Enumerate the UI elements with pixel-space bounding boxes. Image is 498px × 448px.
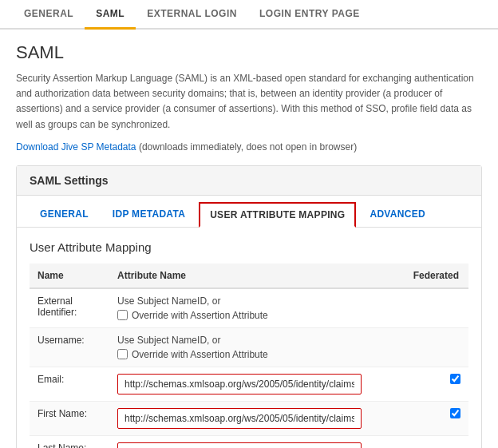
col-header-attribute: Attribute Name [109, 264, 370, 288]
page-title: SAML [16, 42, 482, 63]
tab-external-login[interactable]: EXTERNAL LOGIN [136, 0, 248, 30]
username-checkbox-row: Override with Assertion Attribute [117, 349, 362, 360]
username-line1: Use Subject NameID, or [117, 335, 362, 346]
row-external-identifier-name: ExternalIdentifier: [30, 288, 109, 328]
subtab-general[interactable]: GENERAL [30, 202, 99, 228]
row-lastname-attr [109, 435, 370, 448]
external-id-line1: Use Subject NameID, or [117, 295, 362, 307]
lastname-input[interactable] [117, 442, 362, 448]
page-content: SAML Security Assertion Markup Language … [0, 30, 498, 448]
external-id-checkbox-label: Override with Assertion Attribute [132, 310, 268, 321]
firstname-federated-cell [370, 401, 468, 435]
settings-box-header: SAML Settings [17, 166, 481, 196]
external-id-checkbox[interactable] [117, 310, 128, 320]
attribute-table: Name Attribute Name Federated ExternalId… [30, 264, 468, 448]
tab-general[interactable]: GENERAL [13, 0, 85, 30]
row-email-attr [109, 367, 370, 401]
external-id-federated-cell [370, 288, 468, 328]
subtab-idp-metadata[interactable]: IDP METADATA [102, 202, 196, 228]
col-header-name: Name [30, 264, 109, 288]
download-sub-text: (downloads immediately, does not open in… [136, 141, 358, 153]
table-row: First Name: [30, 401, 468, 435]
username-checkbox-label: Override with Assertion Attribute [132, 349, 268, 360]
table-row: Email: [30, 367, 468, 401]
firstname-federated-checkbox[interactable] [450, 408, 460, 418]
username-federated-cell [370, 327, 468, 367]
row-lastname-name: Last Name: [30, 435, 109, 448]
tab-saml[interactable]: SAML [85, 0, 136, 30]
table-header-row: Name Attribute Name Federated [30, 264, 468, 288]
sub-tabs: GENERAL IDP METADATA USER ATTRIBUTE MAPP… [17, 196, 481, 228]
row-username-attr: Use Subject NameID, or Override with Ass… [109, 327, 370, 367]
page-description: Security Assertion Markup Language (SAML… [16, 71, 482, 133]
inner-content: User Attribute Mapping Name Attribute Na… [17, 228, 481, 448]
email-input[interactable] [117, 374, 362, 394]
username-checkbox[interactable] [117, 349, 128, 359]
subtab-advanced[interactable]: ADVANCED [359, 202, 436, 228]
download-section: Download Jive SP Metadata (downloads imm… [16, 141, 482, 153]
table-row: ExternalIdentifier: Use Subject NameID, … [30, 288, 468, 328]
table-row: Username: Use Subject NameID, or Overrid… [30, 327, 468, 367]
row-external-identifier-attr: Use Subject NameID, or Override with Ass… [109, 288, 370, 328]
email-federated-cell [370, 367, 468, 401]
tab-login-entry-page[interactable]: LOGIN ENTRY PAGE [248, 0, 371, 30]
external-id-checkbox-row: Override with Assertion Attribute [117, 310, 362, 321]
table-row: Last Name: [30, 435, 468, 448]
firstname-input[interactable] [117, 408, 362, 429]
download-link[interactable]: Download Jive SP Metadata [16, 141, 136, 153]
row-firstname-name: First Name: [30, 401, 109, 435]
saml-settings-box: SAML Settings GENERAL IDP METADATA USER … [16, 165, 482, 448]
lastname-federated-cell [370, 435, 468, 448]
row-firstname-attr [109, 401, 370, 435]
subtab-user-attribute-mapping[interactable]: USER ATTRIBUTE MAPPING [199, 202, 356, 228]
row-email-name: Email: [30, 367, 109, 401]
top-navigation: GENERAL SAML EXTERNAL LOGIN LOGIN ENTRY … [0, 0, 498, 30]
col-header-federated: Federated [370, 264, 468, 288]
row-username-name: Username: [30, 327, 109, 367]
email-federated-checkbox[interactable] [450, 374, 460, 384]
section-title: User Attribute Mapping [30, 240, 468, 254]
